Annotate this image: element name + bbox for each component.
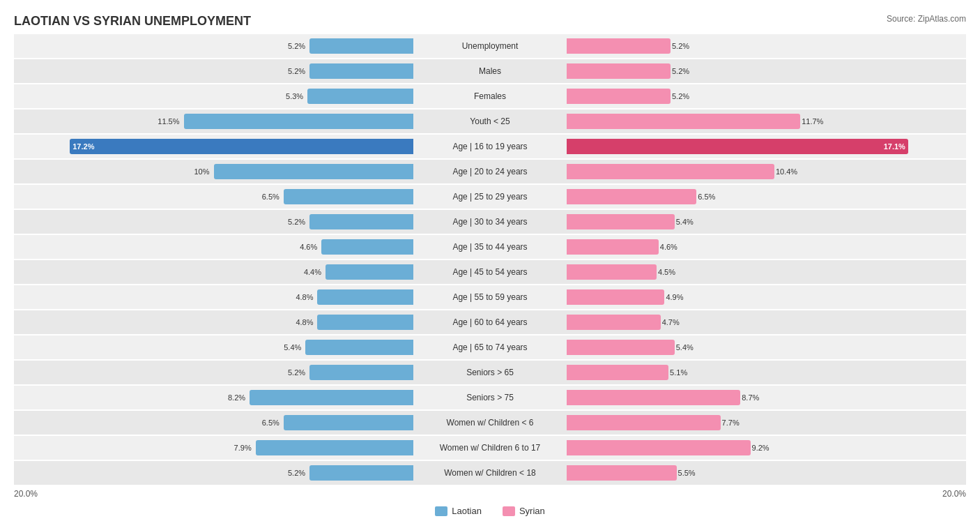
left-value: 7.9%	[234, 444, 254, 452]
legend-item-syrian: Syrian	[503, 506, 545, 516]
right-section: 4.6%	[567, 235, 966, 259]
left-section: 6.5%	[14, 185, 413, 209]
center-label: Women w/ Children < 18	[413, 468, 567, 478]
left-bar	[309, 214, 413, 229]
right-value: 6.5%	[698, 193, 715, 201]
left-section: 4.6%	[14, 235, 413, 259]
left-section: 7.9%	[14, 436, 413, 460]
right-value: 9.2%	[752, 444, 770, 452]
chart-legend: Laotian Syrian	[14, 506, 966, 516]
right-value: 5.2%	[672, 42, 689, 50]
center-label: Males	[413, 66, 567, 76]
right-section: 5.2%	[567, 84, 966, 108]
bar-row: 4.8%Age | 60 to 64 years4.7%	[14, 310, 966, 334]
left-bar	[214, 164, 414, 179]
right-section: 17.1%	[567, 135, 966, 158]
right-section: 8.7%	[567, 386, 966, 409]
left-value: 6.5%	[262, 193, 282, 201]
left-bar: 17.2%	[70, 139, 413, 154]
left-value: 8.2%	[228, 393, 248, 402]
right-bar	[567, 189, 696, 204]
bar-row: 5.3%Females5.2%	[14, 84, 966, 108]
center-label: Seniors > 75	[413, 393, 567, 402]
bar-row: 5.2%Seniors > 655.1%	[14, 361, 966, 384]
left-value: 4.6%	[300, 243, 320, 251]
right-value: 5.4%	[676, 343, 694, 352]
right-section: 5.2%	[567, 34, 966, 58]
center-label: Women w/ Children 6 to 17	[413, 443, 567, 453]
right-bar	[567, 264, 657, 280]
right-section: 5.4%	[567, 335, 966, 359]
left-value: 4.8%	[296, 293, 316, 301]
left-section: 4.4%	[14, 260, 413, 284]
left-bar	[256, 440, 413, 455]
right-value: 8.7%	[742, 393, 759, 402]
bar-row: 8.2%Seniors > 758.7%	[14, 386, 966, 409]
bar-row: 5.4%Age | 65 to 74 years5.4%	[14, 335, 966, 359]
chart-container: LAOTIAN VS SYRIAN UNEMPLOYMENT Source: Z…	[14, 14, 966, 516]
left-bar	[317, 289, 413, 305]
left-section: 5.4%	[14, 335, 413, 359]
left-bar	[309, 365, 413, 380]
bars-wrapper: 5.2%Unemployment5.2%5.2%Males5.2%5.3%Fem…	[14, 34, 966, 486]
right-section: 4.7%	[567, 310, 966, 334]
bar-row: 6.5%Age | 25 to 29 years6.5%	[14, 185, 966, 209]
right-section: 6.5%	[567, 185, 966, 209]
bar-row: 5.2%Age | 30 to 34 years5.4%	[14, 210, 966, 234]
right-bar	[567, 465, 677, 481]
right-bar	[567, 440, 751, 455]
left-section: 17.2%	[14, 135, 413, 158]
right-value: 7.7%	[722, 418, 740, 427]
right-section: 5.2%	[567, 59, 966, 83]
left-section: 5.2%	[14, 59, 413, 83]
axis-label-left: 20.0%	[14, 489, 38, 499]
right-value: 17.1%	[884, 142, 905, 151]
legend-label-syrian: Syrian	[519, 506, 545, 516]
legend-swatch-laotian	[435, 506, 447, 516]
bar-row: 17.2%Age | 16 to 19 years17.1%	[14, 135, 966, 158]
bar-row: 10%Age | 20 to 24 years10.4%	[14, 160, 966, 183]
right-bar: 17.1%	[567, 139, 908, 154]
center-label: Females	[413, 91, 567, 101]
right-section: 5.5%	[567, 461, 966, 485]
left-bar	[250, 390, 413, 405]
right-value: 11.7%	[802, 117, 823, 126]
left-value: 5.2%	[288, 42, 308, 50]
left-value: 11.5%	[158, 117, 182, 126]
right-bar	[567, 114, 800, 129]
left-bar	[309, 465, 413, 481]
left-section: 6.5%	[14, 411, 413, 435]
right-bar	[567, 63, 671, 79]
right-section: 7.7%	[567, 411, 966, 435]
right-bar	[567, 390, 740, 405]
chart-title: LAOTIAN VS SYRIAN UNEMPLOYMENT	[14, 14, 251, 28]
left-section: 11.5%	[14, 110, 413, 133]
right-section: 4.9%	[567, 285, 966, 309]
center-label: Age | 20 to 24 years	[413, 167, 567, 176]
center-label: Age | 35 to 44 years	[413, 242, 567, 252]
center-label: Age | 30 to 34 years	[413, 217, 567, 227]
left-bar	[305, 340, 413, 355]
left-bar	[284, 415, 413, 430]
right-section: 10.4%	[567, 160, 966, 183]
left-value: 5.2%	[288, 218, 308, 226]
left-value: 10%	[194, 167, 212, 176]
left-section: 4.8%	[14, 285, 413, 309]
right-bar	[567, 415, 721, 430]
right-section: 5.4%	[567, 210, 966, 234]
left-bar	[307, 89, 413, 104]
right-value: 5.5%	[678, 469, 696, 477]
center-label: Age | 60 to 64 years	[413, 317, 567, 327]
legend-item-laotian: Laotian	[435, 506, 482, 516]
right-value: 4.6%	[660, 243, 677, 251]
left-bar	[284, 189, 413, 204]
center-label: Seniors > 65	[413, 368, 567, 377]
right-section: 11.7%	[567, 110, 966, 133]
chart-source: Source: ZipAtlas.com	[887, 14, 966, 24]
center-label: Age | 16 to 19 years	[413, 142, 567, 151]
right-bar	[567, 239, 659, 255]
bar-row: 4.6%Age | 35 to 44 years4.6%	[14, 235, 966, 259]
left-section: 5.2%	[14, 34, 413, 58]
left-bar	[309, 38, 413, 54]
right-section: 5.1%	[567, 361, 966, 384]
